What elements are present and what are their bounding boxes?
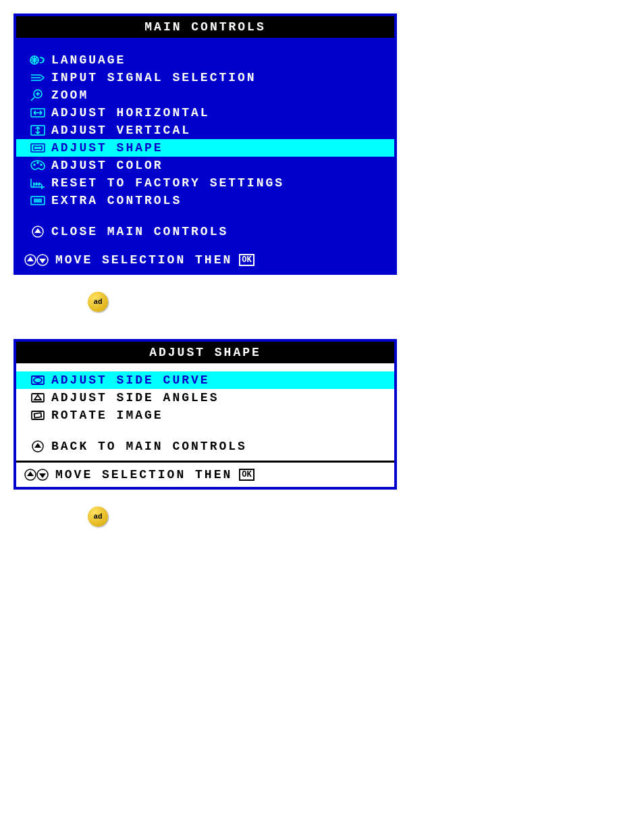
shape-footer: MOVE SELECTION THEN OK: [16, 461, 394, 487]
menu-label: LANGUAGE: [51, 53, 126, 67]
menu-item-adjust-color[interactable]: ADJUST COLOR: [16, 157, 394, 174]
up-down-icon: [24, 253, 49, 267]
down-arrow-icon: [24, 440, 51, 453]
ok-icon: OK: [239, 254, 254, 266]
adjust-shape-panel: ADJUST SHAPE ADJUST SIDE CURVE ADJUST SI…: [14, 339, 397, 490]
menu-item-side-curve[interactable]: ADJUST SIDE CURVE: [16, 371, 394, 389]
menu-item-adjust-vertical[interactable]: ADJUST VERTICAL: [16, 122, 394, 139]
menu-label: ADJUST SIDE CURVE: [51, 373, 210, 387]
vertical-icon: [24, 124, 51, 137]
menu-item-adjust-horizontal[interactable]: ADJUST HORIZONTAL: [16, 104, 394, 122]
menu-label: INPUT SIGNAL SELECTION: [51, 71, 257, 84]
zoom-icon: [24, 88, 51, 102]
language-icon: ?: [24, 53, 51, 67]
svg-point-8: [41, 164, 42, 165]
rotate-icon: [24, 409, 51, 422]
ok-icon: OK: [239, 469, 254, 481]
menu-label: BACK TO MAIN CONTROLS: [51, 440, 247, 453]
footer-text: MOVE SELECTION THEN: [55, 253, 232, 267]
svg-rect-5: [31, 144, 45, 152]
main-controls-panel: MAIN CONTROLS ? LANGUAGE INPUT SIGNAL SE…: [14, 14, 397, 275]
svg-rect-16: [32, 411, 44, 419]
menu-label: EXTRA CONTROLS: [51, 194, 182, 207]
menu-item-factory-reset[interactable]: RESET TO FACTORY SETTINGS: [16, 174, 394, 192]
menu-label: ROTATE IMAGE: [51, 409, 163, 422]
footer-text: MOVE SELECTION THEN: [55, 468, 232, 481]
menu-item-adjust-shape[interactable]: ADJUST SHAPE: [16, 139, 394, 157]
main-menu-body: ? LANGUAGE INPUT SIGNAL SELECTION ZOOM A…: [16, 38, 394, 246]
menu-item-back[interactable]: BACK TO MAIN CONTROLS: [16, 438, 394, 455]
svg-text:?: ?: [41, 57, 47, 63]
main-footer: MOVE SELECTION THEN OK: [16, 246, 394, 272]
shape-icon: [24, 141, 51, 155]
menu-item-close[interactable]: CLOSE MAIN CONTROLS: [16, 223, 394, 240]
menu-item-side-angles[interactable]: ADJUST SIDE ANGLES: [16, 389, 394, 407]
down-arrow-icon: [24, 225, 51, 238]
menu-item-language[interactable]: ? LANGUAGE: [16, 51, 394, 69]
menu-label: ADJUST COLOR: [51, 159, 163, 172]
menu-label: RESET TO FACTORY SETTINGS: [51, 176, 284, 190]
menu-item-input-signal[interactable]: INPUT SIGNAL SELECTION: [16, 69, 394, 86]
shape-menu-body: ADJUST SIDE CURVE ADJUST SIDE ANGLES ROT…: [16, 363, 394, 461]
side-angles-icon: [24, 391, 51, 405]
menu-label: ADJUST HORIZONTAL: [51, 106, 210, 120]
svg-rect-17: [34, 413, 42, 417]
up-down-icon: [24, 468, 49, 481]
color-icon: [24, 159, 51, 172]
main-title: MAIN CONTROLS: [16, 16, 394, 38]
menu-label: CLOSE MAIN CONTROLS: [51, 225, 228, 238]
shape-title: ADJUST SHAPE: [16, 342, 394, 363]
menu-label: ADJUST SIDE ANGLES: [51, 391, 219, 405]
horizontal-icon: [24, 106, 51, 120]
menu-label: ADJUST SHAPE: [51, 141, 163, 155]
menu-label: ADJUST VERTICAL: [51, 124, 191, 137]
side-curve-icon: [24, 373, 51, 387]
menu-label: ZOOM: [51, 88, 88, 102]
ok-button-physical[interactable]: ad: [88, 506, 108, 527]
svg-point-6: [34, 164, 35, 165]
input-signal-icon: [24, 71, 51, 84]
ok-button-physical[interactable]: ad: [88, 292, 108, 312]
menu-item-zoom[interactable]: ZOOM: [16, 86, 394, 104]
menu-item-extra-controls[interactable]: EXTRA CONTROLS: [16, 192, 394, 209]
extra-icon: [24, 194, 51, 207]
factory-icon: [24, 176, 51, 190]
svg-point-14: [34, 377, 42, 383]
svg-point-7: [37, 162, 38, 163]
menu-item-rotate-image[interactable]: ROTATE IMAGE: [16, 407, 394, 424]
